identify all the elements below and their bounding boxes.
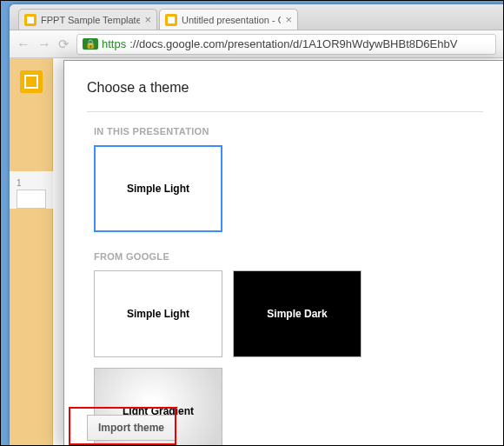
slides-app: 1 Choose a theme IN THIS PRESENTATION Si…: [10, 58, 503, 445]
choose-theme-dialog: Choose a theme IN THIS PRESENTATION Simp…: [63, 60, 503, 445]
theme-scroll-area[interactable]: IN THIS PRESENTATION Simple Light FROM G…: [87, 111, 483, 445]
lock-icon: 🔒: [83, 38, 98, 50]
slides-logo-icon[interactable]: [20, 70, 43, 93]
tab-strip: FPPT Sample Template - G × Untitled pres…: [10, 4, 503, 30]
browser-tab[interactable]: Untitled presentation - Go ×: [159, 9, 298, 30]
url-path: ://docs.google.com/presentation/d/1A1OR9…: [129, 37, 457, 50]
slide-thumbnail[interactable]: [17, 190, 46, 209]
tab-title: FPPT Sample Template - G: [41, 15, 140, 25]
address-bar: ← → ⟳ 🔒 https ://docs.google.com/present…: [10, 30, 503, 58]
section-heading-google: FROM GOOGLE: [94, 251, 476, 262]
tab-title: Untitled presentation - Go: [182, 15, 281, 25]
slides-favicon-icon: [24, 14, 36, 26]
browser-tab[interactable]: FPPT Sample Template - G ×: [18, 9, 157, 30]
theme-card-simple-dark[interactable]: Simple Dark: [233, 270, 361, 357]
forward-arrow-icon: →: [37, 37, 51, 52]
browser-window: FPPT Sample Template - G × Untitled pres…: [10, 4, 503, 445]
app-left-column: [10, 58, 53, 445]
page-content: 1 Choose a theme IN THIS PRESENTATION Si…: [10, 58, 503, 445]
dialog-footer: Import theme: [87, 415, 176, 441]
import-theme-button[interactable]: Import theme: [87, 415, 176, 441]
url-protocol: https: [102, 37, 126, 50]
theme-label: Simple Dark: [267, 308, 327, 320]
theme-label: Simple Light: [127, 183, 189, 195]
slide-number: 1: [17, 178, 22, 188]
back-arrow-icon[interactable]: ←: [17, 37, 30, 52]
tab-close-icon[interactable]: ×: [144, 13, 151, 26]
slides-favicon-icon: [165, 14, 177, 26]
url-input[interactable]: 🔒 https ://docs.google.com/presentation/…: [76, 34, 496, 55]
dialog-title: Choose a theme: [87, 80, 483, 96]
theme-label: Simple Light: [127, 308, 189, 320]
slide-thumbnail-panel: 1: [10, 171, 53, 209]
theme-card-simple-light[interactable]: Simple Light: [94, 270, 222, 357]
reload-icon[interactable]: ⟳: [58, 37, 70, 52]
section-heading-current: IN THIS PRESENTATION: [94, 126, 476, 136]
tab-close-icon[interactable]: ×: [285, 13, 292, 26]
theme-card-current[interactable]: Simple Light: [94, 145, 222, 232]
